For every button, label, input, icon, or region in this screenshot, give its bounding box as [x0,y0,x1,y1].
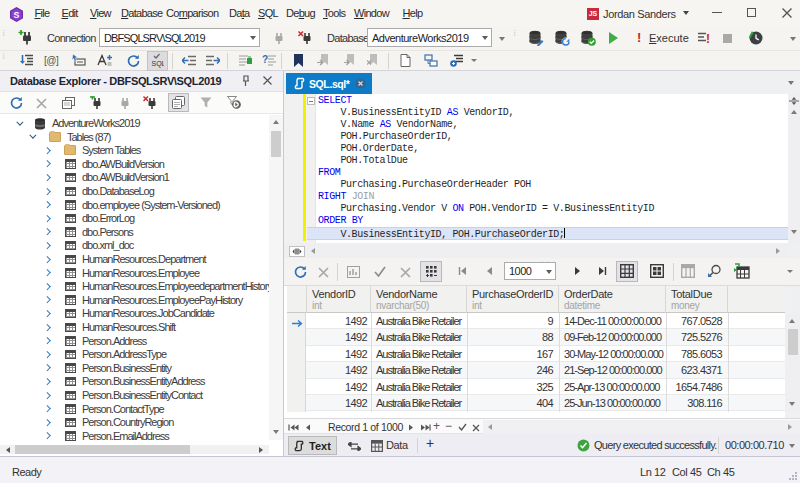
svg-text:!: ! [706,32,710,45]
svg-text:S: S [14,9,20,19]
svg-text:SQL: SQL [152,60,165,68]
svg-text:?: ? [262,54,268,65]
